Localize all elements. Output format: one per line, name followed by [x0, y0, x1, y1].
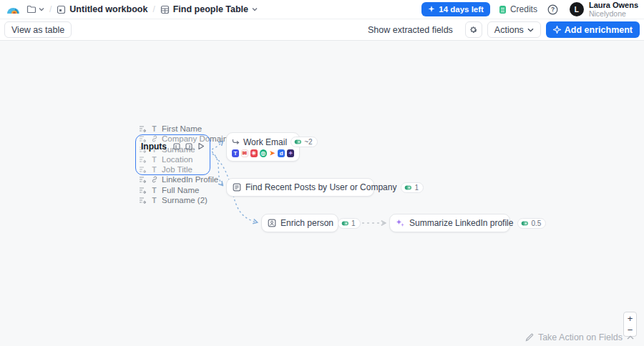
coin-icon — [521, 220, 529, 227]
node-summarize-linkedin-profile[interactable]: Summarize LinkedIn profile 0.5 — [389, 214, 510, 232]
posts-icon — [233, 183, 241, 192]
workbook-title: Untitled workbook — [69, 4, 147, 14]
node-work-email[interactable]: Work Email ~2 T ✉ ✳ ◎ ➤ d ✦ — [226, 132, 300, 162]
zoom-in-button[interactable]: + — [623, 312, 637, 325]
coin-icon — [404, 184, 412, 191]
user-name: Laura Owens — [589, 1, 638, 9]
node-enrich-person[interactable]: Enrich person 1 — [261, 214, 338, 232]
provider-icon-3: ✳ — [250, 149, 258, 157]
breadcrumb-separator: / — [49, 4, 52, 14]
provider-icon-7: ✦ — [287, 149, 294, 157]
svg-text:?: ? — [551, 6, 555, 13]
credit-cost-value: 1 — [414, 184, 419, 192]
take-action-on-fields-button[interactable]: Take Action on Fields — [525, 332, 634, 342]
node-find-recent-posts[interactable]: Find Recent Posts by User or Company 1 — [226, 178, 374, 197]
user-org: Nicelydone — [589, 9, 638, 18]
view-as-table-button[interactable]: View as table — [4, 21, 72, 38]
credit-cost-badge: 1 — [338, 218, 361, 229]
field-label: Full Name — [162, 186, 199, 194]
chevron-up-icon — [627, 335, 634, 340]
pencil-icon — [525, 333, 534, 342]
workspace-folder-button[interactable] — [26, 5, 44, 14]
show-extracted-fields-button[interactable]: Show extracted fields — [361, 21, 460, 38]
top-bar: / Untitled workbook / Find people Table … — [0, 0, 644, 19]
settings-button[interactable] — [465, 21, 482, 38]
credit-cost-value: ~2 — [304, 138, 312, 146]
clay-logo[interactable] — [6, 3, 21, 16]
workbook-icon — [57, 5, 66, 14]
input-arrow-icon — [139, 187, 147, 194]
folder-icon — [26, 5, 36, 14]
inputs-selection-box[interactable] — [135, 134, 210, 175]
credit-cost-badge: ~2 — [291, 137, 317, 147]
credits-button[interactable]: Credits — [499, 4, 537, 14]
ai-sparkles-icon — [396, 219, 405, 227]
sparkle-icon — [428, 6, 435, 13]
user-menu[interactable]: L Laura Owens Nicelydone — [570, 1, 638, 18]
column-panel-icon-2[interactable] — [185, 143, 192, 150]
actions-button[interactable]: Actions — [487, 21, 541, 38]
credits-coin-icon — [499, 5, 507, 14]
trial-days-button[interactable]: 14 days left — [421, 2, 490, 16]
field-row-surname-2[interactable]: T Surname (2) — [139, 195, 208, 205]
canvas-toolbar: View as table Show extracted fields Acti… — [0, 19, 644, 41]
actions-label: Actions — [494, 25, 524, 35]
run-icon[interactable] — [197, 142, 205, 150]
column-panel-icon[interactable] — [173, 143, 180, 150]
input-arrow-icon — [139, 197, 147, 204]
credit-cost-badge: 1 — [401, 182, 424, 193]
coin-icon — [294, 139, 302, 145]
field-label: LinkedIn Profile — [162, 175, 218, 184]
link-icon — [150, 176, 158, 183]
breadcrumb-workbook[interactable]: Untitled workbook — [57, 4, 147, 14]
help-button[interactable]: ? — [547, 4, 558, 15]
chevron-down-icon — [39, 7, 44, 11]
chevron-down-icon — [527, 28, 534, 32]
node-title: Enrich person — [280, 218, 333, 228]
chevron-down-icon — [252, 7, 258, 11]
avatar: L — [570, 2, 584, 16]
table-icon — [160, 5, 170, 14]
text-type-icon: T — [150, 125, 158, 133]
app-window: / Untitled workbook / Find people Table … — [0, 0, 644, 346]
input-arrow-icon — [139, 176, 147, 183]
text-type-icon: T — [150, 187, 158, 194]
waterfall-arrow-icon — [232, 139, 240, 146]
credit-cost-value: 0.5 — [531, 219, 541, 227]
node-title: Work Email — [243, 137, 287, 147]
provider-icon-5: ➤ — [269, 149, 276, 157]
provider-icon-4: ◎ — [260, 149, 267, 157]
credits-label: Credits — [510, 4, 537, 14]
enrichment-spark-icon — [553, 26, 561, 34]
gear-icon — [469, 25, 478, 34]
text-type-icon: T — [150, 197, 158, 204]
field-row-first-name[interactable]: T First Name — [139, 124, 202, 134]
node-title: Find Recent Posts by User or Company — [245, 182, 396, 192]
credit-cost-badge: 0.5 — [517, 218, 546, 229]
person-icon — [268, 219, 276, 227]
coin-icon — [341, 220, 349, 227]
table-title: Find people Table — [173, 4, 248, 14]
field-label: First Name — [162, 124, 202, 133]
trial-days-label: 14 days left — [439, 5, 484, 14]
breadcrumb-separator: / — [152, 4, 155, 14]
field-row-full-name[interactable]: T Full Name — [139, 185, 199, 195]
breadcrumb-table[interactable]: Find people Table — [160, 4, 258, 14]
field-row-linkedin-profile[interactable]: LinkedIn Profile — [139, 174, 218, 184]
add-enrichment-label: Add enrichment — [565, 25, 633, 35]
question-icon: ? — [547, 4, 558, 15]
inputs-group-label: Inputs — [141, 142, 167, 152]
input-arrow-icon — [139, 125, 147, 132]
node-title: Summarize LinkedIn profile — [409, 218, 513, 228]
provider-icon-row: T ✉ ✳ ◎ ➤ d ✦ — [232, 149, 294, 157]
field-label: Surname (2) — [162, 196, 208, 204]
provider-icon-6: d — [278, 149, 285, 157]
provider-icon-2: ✉ — [241, 149, 248, 157]
credit-cost-value: 1 — [351, 219, 356, 227]
add-enrichment-button[interactable]: Add enrichment — [546, 21, 640, 38]
take-action-label: Take Action on Fields — [538, 332, 623, 342]
inputs-toolbar — [173, 142, 205, 150]
provider-icon-1: T — [232, 149, 239, 157]
